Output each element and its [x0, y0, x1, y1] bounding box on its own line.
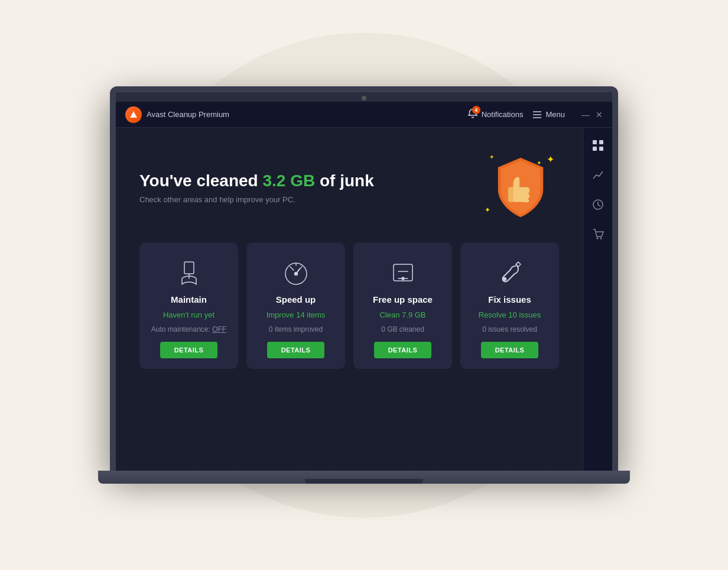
- menu-button[interactable]: Menu: [532, 110, 565, 119]
- hero-headline: You've cleaned 3.2 GB of junk: [139, 171, 374, 190]
- fixissues-details-button[interactable]: DETAILS: [481, 342, 539, 358]
- fixissues-title: Fix issues: [488, 294, 531, 305]
- fixissues-card: Fix issues Resolve 10 issues 0 issues re…: [460, 242, 559, 369]
- svg-point-9: [294, 273, 297, 276]
- maintain-card: Maintain Haven't run yet Auto maintenanc…: [139, 242, 238, 369]
- speedup-details-button[interactable]: DETAILS: [267, 342, 325, 358]
- maintain-substatus: Auto maintenance: OFF: [151, 325, 226, 333]
- svg-point-20: [596, 238, 598, 239]
- fixissues-substatus: 0 issues resolved: [482, 325, 537, 333]
- speedup-substatus: 0 items improved: [269, 325, 323, 333]
- bell-icon: 4: [467, 108, 478, 121]
- notification-badge: 4: [472, 106, 480, 114]
- sparkle-2: ✦: [537, 160, 541, 166]
- svg-point-21: [600, 238, 602, 239]
- speedup-title: Speed up: [276, 294, 316, 305]
- hero-text-after: of junk: [315, 171, 374, 190]
- maintain-off: OFF: [212, 325, 226, 333]
- hero-text: You've cleaned 3.2 GB of junk Check othe…: [139, 171, 374, 204]
- svg-rect-17: [593, 147, 597, 151]
- svg-rect-3: [508, 187, 514, 202]
- titlebar-actions: 4 Notifications Menu — ✕: [467, 108, 603, 121]
- fixissues-status: Resolve 10 issues: [479, 310, 541, 319]
- freespace-icon: [389, 257, 417, 289]
- laptop-base: [98, 471, 630, 484]
- hero-text-before: You've cleaned: [139, 171, 262, 190]
- freespace-details-button[interactable]: DETAILS: [374, 342, 432, 358]
- notifications-button[interactable]: 4 Notifications: [467, 108, 524, 121]
- maintain-icon: [176, 257, 202, 289]
- freespace-title: Free up space: [373, 294, 433, 305]
- sidebar-chart-icon[interactable]: [592, 169, 604, 181]
- speedup-status: Improve 14 items: [266, 310, 326, 319]
- freespace-substatus: 0 GB cleaned: [381, 325, 424, 333]
- notifications-label: Notifications: [482, 110, 524, 119]
- sidebar-cart-icon[interactable]: [592, 228, 604, 240]
- hero-highlight: 3.2 GB: [262, 171, 315, 190]
- maintain-title: Maintain: [171, 294, 207, 305]
- main-content: You've cleaned 3.2 GB of junk Check othe…: [116, 128, 583, 471]
- sidebar-history-icon[interactable]: [592, 199, 604, 210]
- app-body: You've cleaned 3.2 GB of junk Check othe…: [116, 128, 612, 471]
- speedup-icon: [282, 257, 310, 289]
- freespace-status: Clean 7.9 GB: [379, 310, 425, 319]
- sidebar-grid-icon[interactable]: [592, 140, 604, 151]
- freespace-card: Free up space Clean 7.9 GB 0 GB cleaned …: [353, 242, 452, 369]
- close-button[interactable]: ✕: [596, 110, 603, 119]
- hero-section: You've cleaned 3.2 GB of junk Check othe…: [139, 149, 559, 226]
- hero-subtitle: Check other areas and help improve your …: [139, 195, 374, 204]
- window-controls: — ✕: [581, 110, 603, 119]
- title-bar: Avast Cleanup Premium 4 Notifications: [116, 102, 612, 128]
- avast-logo-icon: [125, 106, 142, 123]
- svg-rect-16: [599, 140, 603, 144]
- sparkle-4: ✦: [489, 154, 494, 160]
- svg-rect-18: [599, 147, 603, 151]
- minimize-button[interactable]: —: [581, 110, 590, 119]
- app-logo-area: Avast Cleanup Premium: [125, 106, 467, 123]
- maintain-status: Haven't run yet: [163, 310, 214, 319]
- fixissues-icon: [496, 257, 524, 289]
- svg-rect-15: [593, 140, 597, 144]
- sparkle-3: ✦: [485, 206, 490, 214]
- app-title: Avast Cleanup Premium: [147, 110, 229, 119]
- svg-point-14: [503, 278, 506, 281]
- svg-rect-4: [184, 262, 194, 274]
- menu-label: Menu: [545, 110, 565, 119]
- maintain-details-button[interactable]: DETAILS: [160, 342, 218, 358]
- speedup-card: Speed up Improve 14 items 0 items improv…: [246, 242, 345, 369]
- svg-point-12: [402, 277, 404, 280]
- cards-grid: Maintain Haven't run yet Auto maintenanc…: [139, 242, 559, 369]
- shield-thumbsup-icon: [491, 155, 550, 220]
- hero-image: ✦ ✦ ✦ ✦: [482, 149, 559, 226]
- camera-notch: [362, 96, 366, 101]
- sidebar: [583, 128, 612, 471]
- sparkle-1: ✦: [547, 154, 554, 165]
